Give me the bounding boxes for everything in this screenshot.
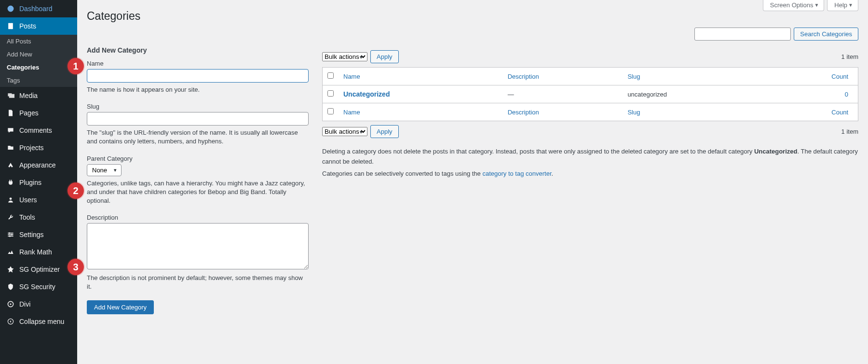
default-category-name: Uncategorized [754,148,798,155]
svg-point-4 [9,232,10,234]
col-count[interactable]: Count [831,73,848,80]
col-name[interactable]: Name [343,73,360,80]
sidebar-item-settings[interactable]: Settings [0,226,77,243]
field-slug: Slug The "slug" is the URL-friendly vers… [87,103,309,146]
svg-point-5 [11,234,13,235]
sidebar-item-all-posts[interactable]: All Posts [0,35,77,48]
add-category-form: Add New Category 1 Name The name is how … [87,46,309,314]
search-box: Search Categories [87,28,858,41]
sidebar-item-sgoptimizer[interactable]: SG Optimizer [0,261,77,278]
sidebar-item-posts[interactable]: Posts [0,17,77,35]
col-slug-foot[interactable]: Slug [627,109,640,116]
svg-point-0 [10,197,12,200]
sidebar-item-pages[interactable]: Pages [0,104,77,122]
sidebar-label: Users [19,196,37,204]
admin-sidebar: Dashboard Posts All Posts Add New Catego… [0,0,77,364]
notes: Deleting a category does not delete the … [322,147,858,179]
sidebar-label: SG Optimizer [19,266,60,273]
sidebar-item-divi[interactable]: Divi [0,295,77,313]
main-content: Screen Options ▼ Help ▼ Categories Searc… [77,0,868,364]
help-button[interactable]: Help ▼ [827,0,858,11]
sidebar-item-media[interactable]: Media [0,87,77,104]
settings-icon [6,230,15,239]
divi-icon [6,299,15,309]
col-slug[interactable]: Slug [627,73,640,80]
select-all-bottom[interactable] [327,108,334,114]
col-description-foot[interactable]: Description [508,109,539,116]
slug-help: The "slug" is the URL-friendly version o… [87,128,309,146]
rankmath-icon [6,247,15,257]
search-categories-button[interactable]: Search Categories [794,28,858,41]
sidebar-item-add-new[interactable]: Add New [0,48,77,61]
sidebar-item-tools[interactable]: Tools [0,209,77,226]
sidebar-item-appearance[interactable]: Appearance [0,156,77,174]
category-to-tag-converter-link[interactable]: category to tag converter [482,170,551,177]
sidebar-label: Posts [19,22,36,30]
bulk-actions-bottom[interactable]: Bulk actions [322,127,367,136]
field-description: Description The description is not promi… [87,214,309,291]
name-help: The name is how it appears on your site. [87,85,309,94]
appearance-icon [6,160,15,170]
sidebar-label: Dashboard [19,5,53,13]
sidebar-label: Appearance [19,161,56,169]
sidebar-label: Comments [19,126,52,134]
row-checkbox[interactable] [327,90,334,97]
row-description: — [503,85,623,103]
col-description[interactable]: Description [508,73,539,80]
projects-icon [6,143,15,153]
parent-label: Parent Category [87,155,309,162]
posts-icon [6,21,15,31]
slug-input[interactable] [87,112,309,126]
media-icon [6,91,15,100]
dashboard-icon [6,4,15,14]
description-input[interactable] [87,223,309,269]
sgoptimizer-icon [6,265,15,274]
sidebar-label: Pages [19,109,39,117]
table-row: Uncategorized — uncategorized 0 [323,85,858,103]
sidebar-item-projects[interactable]: Projects [0,139,77,156]
screen-options-button[interactable]: Screen Options ▼ [763,0,825,11]
row-slug: uncategorized [623,85,766,103]
categories-table: Name Description Slug Count Uncategorize… [322,67,858,121]
select-all-top[interactable] [327,72,334,79]
sidebar-label: Plugins [19,179,41,186]
slug-label: Slug [87,103,309,110]
pages-icon [6,108,15,118]
add-new-category-button[interactable]: Add New Category [87,300,154,314]
comments-icon [6,126,15,135]
svg-point-6 [9,236,11,237]
row-count-link[interactable]: 0 [845,91,848,98]
sidebar-item-rankmath[interactable]: Rank Math [0,243,77,261]
parent-select[interactable]: None [87,164,122,176]
sidebar-submenu-posts: All Posts Add New Categories Tags [0,35,77,87]
parent-help: Categories, unlike tags, can have a hier… [87,179,309,206]
col-count-foot[interactable]: Count [831,109,848,116]
sidebar-item-comments[interactable]: Comments [0,122,77,139]
name-label: Name [87,60,309,67]
description-label: Description [87,214,309,221]
sgsecurity-icon [6,282,15,292]
col-name-foot[interactable]: Name [343,109,360,116]
apply-button-bottom[interactable]: Apply [370,125,399,138]
categories-list: Bulk actions Apply 1 item Name Descripti… [322,46,858,314]
svg-point-8 [10,303,11,305]
name-input[interactable] [87,69,309,83]
sidebar-item-tags[interactable]: Tags [0,74,77,87]
bulk-actions-top[interactable]: Bulk actions [322,52,367,61]
sidebar-label: Projects [19,144,44,152]
sidebar-label: Divi [19,300,30,308]
search-input[interactable] [694,28,791,41]
screen-meta-links: Screen Options ▼ Help ▼ [763,0,858,11]
field-parent: Parent Category None Categories, unlike … [87,155,309,206]
sidebar-item-users[interactable]: Users [0,191,77,209]
annotation-callout-3: 3 [68,259,84,275]
tablenav-top: Bulk actions Apply 1 item [322,50,858,63]
sidebar-item-plugins[interactable]: Plugins [0,174,77,191]
sidebar-item-collapse[interactable]: Collapse menu [0,313,77,330]
sidebar-item-categories[interactable]: Categories [0,61,77,74]
sidebar-item-dashboard[interactable]: Dashboard [0,0,77,17]
users-icon [6,195,15,205]
sidebar-item-sgsecurity[interactable]: SG Security [0,278,77,295]
row-name-link[interactable]: Uncategorized [343,90,390,98]
apply-button-top[interactable]: Apply [370,50,399,63]
